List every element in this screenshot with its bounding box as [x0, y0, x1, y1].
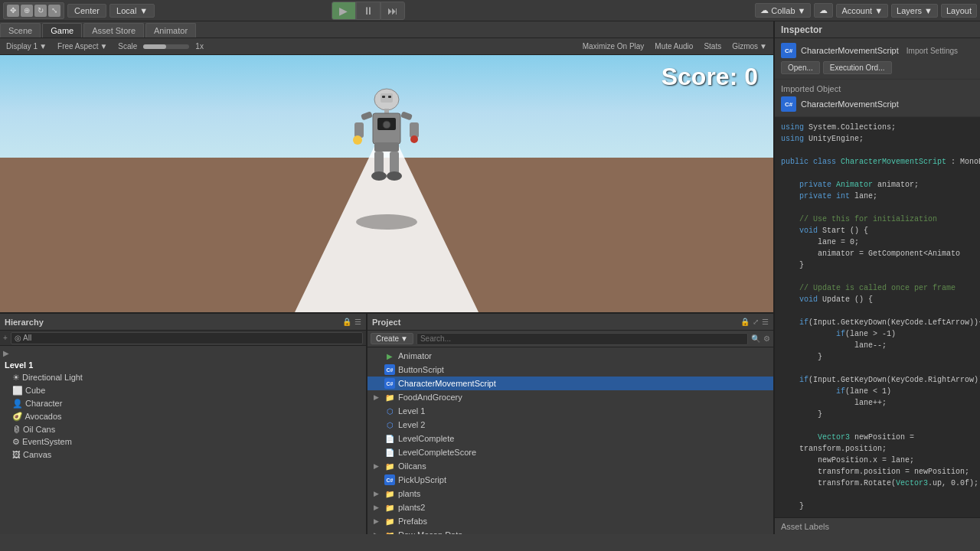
- play-controls: ▶ ⏸ ⏭: [332, 2, 405, 20]
- project-expand-icon[interactable]: ⤢: [753, 318, 759, 326]
- hierarchy-search-all: ◎ All: [15, 334, 31, 342]
- local-label: Local: [116, 6, 136, 15]
- project-menu-icon[interactable]: ☰: [762, 318, 769, 326]
- create-icon[interactable]: +: [3, 334, 8, 342]
- hierarchy-item-create[interactable]: ▶: [0, 347, 366, 359]
- project-item-oilcans[interactable]: ▶ 📁 Oilcans: [368, 459, 773, 473]
- level-complete-label: LevelComplete: [398, 434, 454, 443]
- collab-dropdown[interactable]: ☁ Collab ▼: [755, 3, 811, 18]
- menu-icon[interactable]: ☰: [354, 318, 361, 326]
- maximize-on-play[interactable]: Maximize On Play: [580, 41, 648, 51]
- project-item-pickup-script[interactable]: C# PickUpScript: [368, 473, 773, 487]
- gizmos-dropdown[interactable]: Gizmos ▼: [729, 41, 770, 51]
- collab-label: Collab: [771, 6, 795, 15]
- hierarchy-item-character[interactable]: 👤 Character: [0, 397, 366, 410]
- move-tool-icon[interactable]: ⊕: [21, 5, 33, 17]
- hierarchy-item-oil-cans[interactable]: 🛢 Oil Cans: [0, 423, 366, 435]
- code-line-7: private int lane;: [781, 191, 974, 202]
- project-item-button-script[interactable]: C# ButtonScript: [368, 363, 773, 377]
- project-item-level-complete[interactable]: 📄 LevelComplete: [368, 432, 773, 445]
- project-item-raw-mocap[interactable]: ▶ 📁 Raw Mocap Data: [368, 528, 773, 534]
- display-label: Display 1: [6, 42, 38, 51]
- svg-rect-9: [354, 122, 364, 138]
- script-header: C# CharacterMovementScript Import Settin…: [781, 43, 974, 58]
- svg-rect-3: [388, 96, 391, 98]
- execution-order-button[interactable]: Execution Ord...: [823, 61, 892, 74]
- hierarchy-search-input[interactable]: ◎ All: [11, 332, 363, 344]
- stats-button[interactable]: Stats: [701, 41, 724, 51]
- project-item-level1[interactable]: ⬡ Level 1: [368, 404, 773, 418]
- hierarchy-item-cube[interactable]: ⬜ Cube: [0, 384, 366, 397]
- hierarchy-header: Hierarchy 🔒 ☰: [0, 314, 366, 331]
- project-search-icon[interactable]: 🔍: [751, 334, 760, 343]
- tab-animator-label: Animator: [154, 26, 188, 35]
- rotate-tool-icon[interactable]: ↻: [34, 5, 47, 17]
- play-button[interactable]: ▶: [332, 2, 356, 20]
- button-script-cs-icon: C#: [384, 364, 395, 375]
- aspect-dropdown[interactable]: Free Aspect ▼: [54, 41, 110, 51]
- button-script-label: ButtonScript: [398, 365, 444, 374]
- account-dropdown[interactable]: Account ▼: [836, 4, 888, 18]
- code-line-1: using System.Collections;: [781, 122, 974, 133]
- layers-arrow-icon: ▼: [924, 6, 933, 15]
- project-item-level-complete-score[interactable]: 📄 LevelCompleteScore: [368, 445, 773, 459]
- level1-scene-icon: ⬡: [384, 406, 395, 416]
- project-item-food-grocery[interactable]: ▶ 📁 FoodAndGrocery: [368, 390, 773, 404]
- center-label: Center: [74, 6, 100, 15]
- code-line-26: }: [781, 409, 974, 420]
- local-button[interactable]: Local ▼: [109, 4, 155, 18]
- project-item-animator[interactable]: ▶ Animator: [368, 349, 773, 363]
- tab-scene-label: Scene: [8, 26, 32, 35]
- lock-icon[interactable]: 🔒: [342, 318, 351, 326]
- tab-asset-store[interactable]: Asset Store: [83, 23, 144, 37]
- robot-shadow: [356, 214, 417, 230]
- step-button[interactable]: ⏭: [381, 2, 405, 20]
- project-item-level2[interactable]: ⬡ Level 2: [368, 418, 773, 432]
- hierarchy-item-event-system[interactable]: ⚙ EventSystem: [0, 435, 366, 448]
- inspector-panel: Inspector C# CharacterMovementScript Imp…: [773, 21, 980, 534]
- display-dropdown[interactable]: Display 1 ▼: [3, 41, 50, 51]
- code-line-14: [781, 271, 974, 282]
- open-button[interactable]: Open...: [781, 61, 820, 74]
- hierarchy-item-avocados[interactable]: 🥑 Avocados: [0, 410, 366, 423]
- mute-audio[interactable]: Mute Audio: [652, 41, 696, 51]
- tab-animator[interactable]: Animator: [145, 23, 196, 37]
- code-line-12: animator = GetComponent<Animato: [781, 248, 974, 259]
- scale-slider[interactable]: [143, 44, 189, 49]
- project-item-plants[interactable]: ▶ 📁 plants: [368, 487, 773, 500]
- pause-button[interactable]: ⏸: [356, 2, 381, 20]
- cloud-button[interactable]: ☁: [814, 3, 833, 18]
- plants-label: plants: [398, 489, 420, 498]
- code-line-35: [781, 512, 974, 517]
- scale-tool-icon[interactable]: ⤡: [48, 5, 60, 17]
- game-view: Score: 0: [0, 55, 773, 312]
- hierarchy-item-canvas[interactable]: 🖼 Canvas: [0, 448, 366, 461]
- tab-game[interactable]: Game: [42, 23, 82, 37]
- create-button[interactable]: Create ▼: [371, 333, 413, 344]
- code-line-10: void Start () {: [781, 225, 974, 236]
- project-item-prefabs[interactable]: ▶ 📁 Prefabs: [368, 514, 773, 528]
- transform-tools[interactable]: ✥ ⊕ ↻ ⤡: [3, 2, 64, 19]
- hierarchy-item-level1[interactable]: Level 1: [0, 359, 366, 371]
- project-lock-icon[interactable]: 🔒: [740, 318, 750, 326]
- layout-dropdown[interactable]: Layout: [941, 4, 977, 18]
- aspect-arrow-icon: ▼: [100, 42, 107, 51]
- gizmos-label: Gizmos: [732, 42, 758, 51]
- center-button[interactable]: Center: [67, 4, 106, 18]
- tab-scene[interactable]: Scene: [0, 23, 41, 37]
- project-options-icon[interactable]: ⚙: [763, 334, 770, 343]
- project-item-character-movement[interactable]: C# CharacterMovementScript: [368, 377, 773, 390]
- expand-raw-mocap-icon: ▶: [374, 531, 381, 534]
- code-line-15: // Update is called once per frame: [781, 282, 974, 294]
- prefabs-label: Prefabs: [398, 517, 427, 526]
- code-line-17: [781, 305, 974, 317]
- project-item-plants2[interactable]: ▶ 📁 plants2: [368, 500, 773, 514]
- expand-food-icon: ▶: [374, 393, 381, 401]
- hand-tool-icon[interactable]: ✥: [7, 5, 19, 17]
- project-search-input[interactable]: [416, 333, 748, 345]
- code-line-33: [781, 489, 974, 500]
- layers-dropdown[interactable]: Layers ▼: [891, 4, 938, 18]
- hierarchy-item-directional-light[interactable]: ☀ Directional Light: [0, 371, 366, 384]
- imported-script-name: CharacterMovementScript: [801, 99, 899, 109]
- display-arrow-icon: ▼: [39, 42, 47, 51]
